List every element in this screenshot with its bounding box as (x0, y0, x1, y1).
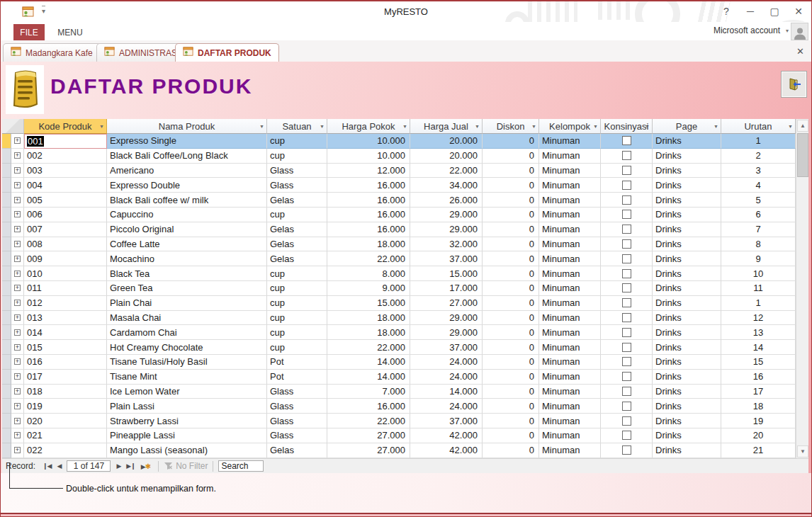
expand-subdatasheet-button[interactable]: + (11, 164, 24, 178)
cell-page[interactable]: Drinks (653, 428, 721, 443)
cell-kelompok[interactable]: Minuman (539, 428, 601, 443)
cell-nama[interactable]: Plain Chai (107, 296, 267, 311)
konsinyasi-checkbox[interactable] (622, 254, 631, 263)
new-record-button[interactable]: ▶✱ (138, 462, 153, 470)
expand-subdatasheet-button[interactable]: + (11, 266, 24, 281)
cell-nama[interactable]: Capuccino (107, 208, 267, 222)
cell-harga-pokok[interactable]: 10.000 (327, 149, 410, 164)
expand-subdatasheet-button[interactable]: + (11, 443, 24, 458)
column-header-konsinyasi[interactable]: Konsinyasi▼ (601, 119, 653, 134)
cell-harga-jual[interactable]: 27.000 (410, 296, 483, 311)
cell-nama[interactable]: Americano (107, 164, 267, 178)
cell-kode[interactable]: 003 (24, 164, 107, 178)
cell-satuan[interactable]: Pot (267, 355, 327, 370)
cell-harga-pokok[interactable]: 27.000 (327, 428, 410, 443)
cell-satuan[interactable]: cup (267, 149, 327, 164)
cell-harga-jual[interactable]: 32.000 (410, 237, 483, 252)
konsinyasi-checkbox[interactable] (622, 372, 631, 381)
cell-diskon[interactable]: 0 (483, 164, 539, 178)
cell-kode[interactable]: 001 (24, 134, 107, 149)
sort-dropdown-icon[interactable]: ▼ (320, 124, 325, 129)
konsinyasi-checkbox[interactable] (622, 239, 631, 249)
cell-diskon[interactable]: 0 (483, 251, 539, 266)
cell-kode[interactable]: 022 (24, 443, 107, 458)
cell-satuan[interactable]: cup (267, 311, 327, 326)
microsoft-account-label[interactable]: Microsoft account (714, 25, 780, 35)
cell-harga-pokok[interactable]: 27.000 (327, 443, 410, 458)
cell-kelompok[interactable]: Minuman (539, 208, 601, 222)
cell-harga-pokok[interactable]: 12.000 (327, 164, 410, 178)
cell-konsinyasi[interactable] (601, 385, 653, 399)
sort-dropdown-icon[interactable]: ▼ (475, 124, 480, 129)
cell-page[interactable]: Drinks (653, 311, 721, 326)
cell-konsinyasi[interactable] (601, 325, 653, 340)
cell-kode[interactable]: 011 (24, 281, 107, 296)
cell-konsinyasi[interactable] (601, 164, 653, 178)
cell-kelompok[interactable]: Minuman (539, 325, 601, 340)
cell-harga-jual[interactable]: 29.000 (410, 222, 483, 237)
cell-urutan[interactable]: 14 (721, 340, 796, 355)
expand-subdatasheet-button[interactable]: + (11, 178, 24, 193)
cell-kelompok[interactable]: Minuman (539, 296, 601, 311)
cell-satuan[interactable]: Glass (267, 164, 327, 178)
cell-urutan[interactable]: 9 (721, 251, 796, 266)
cell-urutan[interactable]: 13 (721, 325, 796, 340)
cell-nama[interactable]: Black Tea (107, 266, 267, 281)
cell-kode[interactable]: 020 (24, 414, 107, 428)
cell-page[interactable]: Drinks (653, 355, 721, 370)
cell-kelompok[interactable]: Minuman (539, 251, 601, 266)
cell-kode[interactable]: 017 (24, 370, 107, 385)
doc-tab-administrasi[interactable]: ADMINISTRASI (96, 43, 187, 62)
cell-urutan[interactable]: 18 (721, 399, 796, 414)
cell-diskon[interactable]: 0 (483, 222, 539, 237)
cell-diskon[interactable]: 0 (483, 385, 539, 399)
cell-nama[interactable]: Coffee Latte (107, 237, 267, 252)
cell-konsinyasi[interactable] (601, 311, 653, 326)
cell-page[interactable]: Drinks (653, 325, 721, 340)
konsinyasi-checkbox[interactable] (622, 181, 631, 190)
cell-konsinyasi[interactable] (601, 178, 653, 193)
cell-konsinyasi[interactable] (601, 414, 653, 428)
cell-page[interactable]: Drinks (653, 385, 721, 399)
sort-dropdown-icon[interactable]: ▼ (645, 124, 650, 129)
cell-kode[interactable]: 018 (24, 385, 107, 399)
cell-satuan[interactable]: Gelas (267, 237, 327, 252)
cell-kelompok[interactable]: Minuman (539, 281, 601, 296)
cell-harga-pokok[interactable]: 16.000 (327, 399, 410, 414)
cell-diskon[interactable]: 0 (483, 296, 539, 311)
cell-kelompok[interactable]: Minuman (539, 340, 601, 355)
expand-subdatasheet-button[interactable]: + (11, 134, 24, 149)
cell-diskon[interactable]: 0 (483, 134, 539, 149)
cell-diskon[interactable]: 0 (483, 311, 539, 326)
sort-dropdown-icon[interactable]: ▼ (402, 124, 407, 129)
cell-urutan[interactable]: 15 (721, 355, 796, 370)
cell-nama[interactable]: Tisane Tulasi/Holy Basil (107, 355, 267, 370)
cell-satuan[interactable]: cup (267, 281, 327, 296)
maximize-button[interactable]: ▢ (767, 4, 782, 18)
cell-konsinyasi[interactable] (601, 340, 653, 355)
konsinyasi-checkbox[interactable] (622, 387, 631, 396)
cell-harga-pokok[interactable]: 14.000 (327, 370, 410, 385)
vertical-scrollbar[interactable]: ▲ ▼ (796, 119, 808, 458)
cell-satuan[interactable]: cup (267, 134, 327, 149)
account-dropdown-icon[interactable]: ▾ (786, 28, 789, 34)
search-input[interactable] (218, 460, 264, 472)
cell-urutan[interactable]: 1 (721, 296, 796, 311)
expand-subdatasheet-button[interactable]: + (11, 355, 24, 370)
cell-page[interactable]: Drinks (653, 251, 721, 266)
column-header-page[interactable]: Page▼ (653, 119, 721, 134)
cell-harga-pokok[interactable]: 9.000 (327, 281, 410, 296)
cell-urutan[interactable]: 2 (721, 149, 796, 164)
cell-konsinyasi[interactable] (601, 296, 653, 311)
row-selector[interactable] (2, 222, 11, 237)
cell-nama[interactable]: Pineapple Lassi (107, 428, 267, 443)
row-selector[interactable] (2, 428, 11, 443)
cell-page[interactable]: Drinks (653, 266, 721, 281)
cell-kelompok[interactable]: Minuman (539, 193, 601, 208)
cell-page[interactable]: Drinks (653, 134, 721, 149)
row-selector[interactable] (2, 399, 11, 414)
cell-nama[interactable]: Green Tea (107, 281, 267, 296)
konsinyasi-checkbox[interactable] (622, 313, 631, 322)
cell-kode[interactable]: 009 (24, 251, 107, 266)
konsinyasi-checkbox[interactable] (622, 269, 631, 278)
